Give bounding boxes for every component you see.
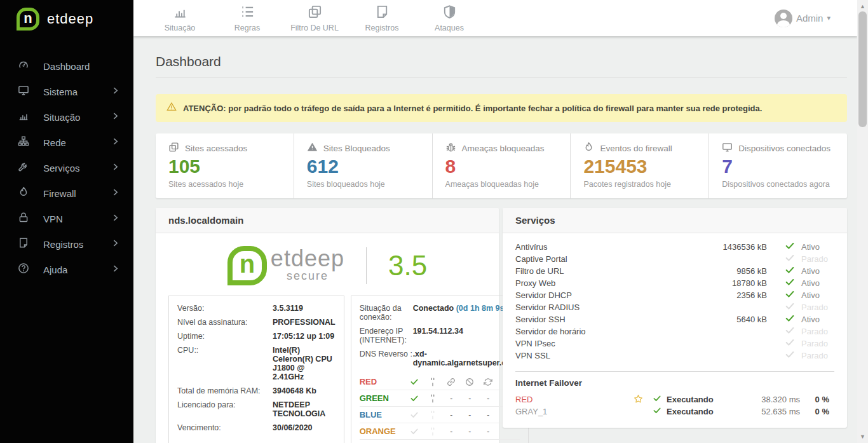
monitor-icon [18,85,29,99]
scrollbar-thumb[interactable] [858,11,867,127]
page-title: Dashboard [156,54,847,69]
subscription-level[interactable]: PROFESSIONAL [273,318,336,327]
service-status: Ativo [801,290,820,300]
sidebar-item-rede[interactable]: Rede [0,130,133,155]
sidebar-item-label: Registros [43,239,111,250]
uptime-link[interactable]: (0d 1h 8m 9s) [456,304,507,313]
sidebar-item-registros[interactable]: Registros [0,231,133,257]
avatar [775,10,792,27]
sidebar-item-dashboard[interactable]: Dashboard [0,53,133,79]
top-nav-items: Situação Regras Filtro De URL Registros … [133,4,474,32]
info-value: 3940648 Kb [273,386,336,395]
check-icon [405,410,424,419]
service-row: VPN SSLParado [515,350,834,362]
service-row: Filtro de URL9856 kBAtivo [515,265,834,277]
monitor-icon [722,142,733,154]
failover-row-red: RED Executando 38.320 ms 0 % [515,393,834,406]
sidebar-item-sistema[interactable]: Sistema [0,79,133,104]
sidebar-item-firewall[interactable]: Firewall [0,181,133,206]
nav-ataques[interactable]: Ataques [424,4,474,32]
sidebar-item-label: VPN [43,214,111,224]
services-panel-title: Serviços [503,208,847,233]
service-status: Ativo [801,278,820,288]
sidebar-item-ajuda[interactable]: Ajuda [0,257,133,282]
check-icon [785,265,795,277]
nav-regras[interactable]: Regras [222,4,272,32]
check-icon [785,325,795,337]
chevron-right-icon [111,162,119,174]
failover-title: Internet Failover [515,378,834,388]
stat-value: 612 [307,156,419,177]
ban-icon[interactable] [461,377,479,386]
service-status: Ativo [801,242,820,252]
netdeep-leaf-icon: n [227,246,267,285]
scroll-down-arrow[interactable]: ▼ [857,432,868,442]
stat-title: Ameaças bloqueadas [462,144,545,153]
logo-n: n [24,11,32,25]
nav-label: Regras [234,24,260,32]
stat-subtitle: Sites bloqueados hoje [307,180,419,189]
info-value: NETDEEP TECNOLOGIA [273,400,336,418]
brand-logo[interactable]: n etdeep [0,0,133,37]
stat-subtitle: Pacotes registrados hoje [583,180,696,189]
interface-row-green: GREEN - - - [360,390,520,407]
service-row: Servidor de horárioParado [515,325,834,337]
scroll-up-arrow[interactable]: ▲ [857,1,868,11]
sidebar-item-servicos[interactable]: Serviços [0,155,133,181]
system-info-box: Versão:3.5.3119 Nível da assinatura:PROF… [168,296,344,443]
question-icon [18,262,29,276]
sidebar-item-vpn[interactable]: VPN [0,206,133,231]
warning-triangle-icon [166,102,177,114]
sidebar-item-label: Serviços [43,163,111,174]
stat-value: 8 [445,156,558,177]
user-menu[interactable]: Admin ▾ [775,10,831,27]
empty-cell: - [442,411,461,419]
conn-label: Endereço IP (INTERNET): [360,327,413,344]
link-icon[interactable] [442,377,461,386]
service-row: Proxy Web18780 kBAtivo [515,277,834,289]
chevron-right-icon [111,238,119,250]
failover-name: RED [515,395,623,404]
stat-sites-acessados: Sites acessados 105 Sites acessados hoje [156,133,294,198]
chevron-right-icon [111,111,119,123]
service-row: Captive PortalParado [515,253,834,265]
failover-status: Executando [667,407,714,416]
service-row: Antivírus1436536 kBAtivo [515,241,834,253]
plug-icon [424,426,442,436]
list-icon [240,4,255,22]
sidebar-item-situacao[interactable]: Situação [0,104,133,130]
check-icon [785,253,795,265]
failover-loss: 0 % [800,407,834,416]
netdeep-secure-logo: n etdeep secure 3.5 [168,246,486,285]
scrollbar[interactable]: ▲ ▼ [857,0,868,443]
chevron-right-icon [111,137,119,148]
sidebar-item-label: Sistema [43,86,111,97]
check-icon [653,406,661,417]
top-nav: Situação Regras Filtro De URL Registros … [133,0,857,36]
flame-icon [18,186,29,200]
failover-status: Executando [667,395,714,404]
service-status: Parado [801,351,828,360]
bar-chart-icon [173,4,187,22]
services-panel: Serviços Antivírus1436536 kBAtivo Captiv… [503,208,847,428]
section-divider [515,371,834,372]
nav-situacao[interactable]: Situação [155,4,205,32]
star-icon[interactable] [623,394,653,406]
stat-title: Dispositivos conectados [738,144,831,153]
service-status: Parado [801,303,828,312]
check-icon [785,289,795,301]
info-label: Versão: [177,304,273,313]
interface-row-red: RED [360,374,520,390]
info-label: Uptime: [177,332,273,341]
service-status: Parado [801,339,828,348]
failover-row-gray1: GRAY_1 Executando 52.635 ms 0 % [515,406,834,418]
stat-dispositivos-conectados: Dispositivos conectados 7 Dispositivos c… [709,133,847,198]
nav-registros[interactable]: Registros [357,4,407,32]
check-icon [405,377,424,386]
nav-filtro-de-url[interactable]: Filtro De URL [290,4,339,32]
refresh-icon[interactable] [479,377,498,386]
empty-cell: - [461,394,479,403]
interface-row-orange: ORANGE - - - [360,423,520,440]
stat-eventos-firewall: Eventos do firewall 215453 Pacotes regis… [570,133,709,198]
stats-row: Sites acessados 105 Sites acessados hoje… [156,133,847,198]
